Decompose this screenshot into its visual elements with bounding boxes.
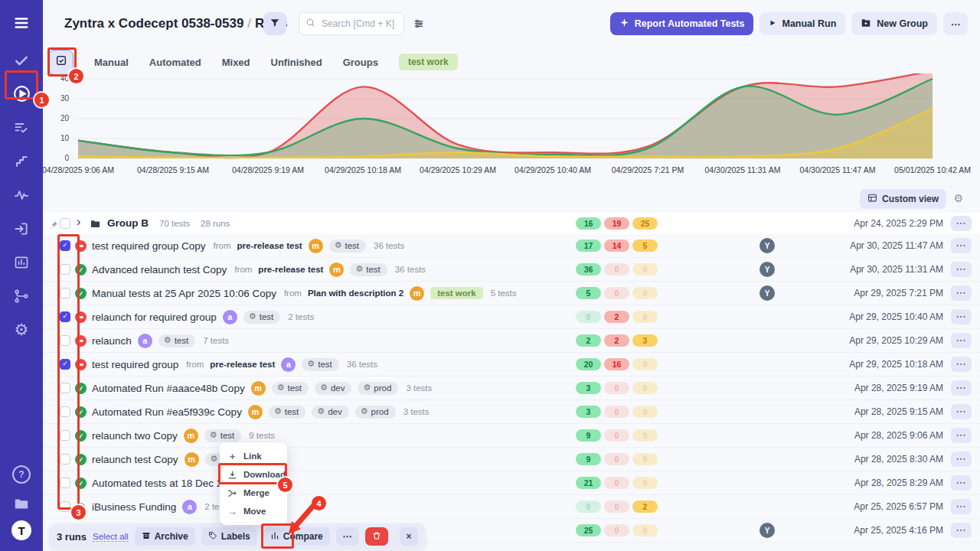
close-selection-button[interactable]: × — [400, 527, 418, 546]
row-more-button[interactable]: ⋯ — [951, 499, 972, 514]
row-checkbox[interactable] — [60, 335, 70, 346]
run-name[interactable]: test required group Copy — [92, 240, 206, 252]
run-name[interactable]: relaunch test Copy — [92, 454, 178, 465]
steps-icon[interactable] — [9, 149, 34, 174]
run-name[interactable]: Manual tests at 25 Apr 2025 10:06 Copy — [92, 288, 276, 299]
manual-run-button[interactable]: Manual Run — [760, 12, 845, 35]
new-group-button[interactable]: New Group — [851, 12, 937, 35]
display-settings-button[interactable] — [413, 18, 425, 32]
row-more-button[interactable]: ⋯ — [951, 262, 972, 277]
row-checkbox[interactable] — [60, 454, 70, 465]
table-row[interactable]: ✓Manual tests at 25 Apr 2025 10:06 Copyf… — [43, 282, 980, 305]
run-source-plan[interactable]: pre-release test — [237, 241, 302, 250]
owner-badge: m — [185, 452, 199, 467]
menu-item-link[interactable]: +Link — [220, 447, 287, 465]
help-icon[interactable]: ? — [9, 462, 34, 487]
selection-more-button[interactable]: ⋯ — [336, 527, 359, 546]
tab-manual[interactable]: Manual — [94, 57, 129, 68]
projects-icon[interactable] — [9, 491, 34, 516]
filter-label-badge[interactable]: test work — [399, 54, 458, 70]
row-checkbox[interactable]: ✓ — [60, 359, 70, 370]
bulk-select-toggle[interactable] — [48, 50, 74, 75]
row-checkbox[interactable] — [60, 501, 70, 512]
tab-groups[interactable]: Groups — [343, 57, 378, 68]
report-automated-tests-button[interactable]: Report Automated Tests — [610, 12, 754, 35]
tab-unfinished[interactable]: Unfinished — [271, 57, 322, 68]
custom-view-button[interactable]: Custom view — [860, 189, 946, 209]
row-more-button[interactable]: ⋯ — [951, 404, 972, 419]
chevron-right-icon[interactable]: › — [77, 215, 80, 229]
settings-gear-icon[interactable]: ⚙ — [9, 318, 34, 342]
table-row[interactable]: ✓test required group Copyfrompre-release… — [43, 234, 980, 258]
run-name[interactable]: Automated Run #ea5f939c Copy — [92, 406, 242, 418]
select-all-link[interactable]: Select all — [93, 532, 129, 542]
view-settings-gear-icon[interactable]: ⚙ — [949, 191, 968, 205]
run-name[interactable]: Automated Run #aaace48b Copy — [92, 383, 245, 394]
runs-play-icon[interactable] — [9, 81, 34, 106]
menu-item-download[interactable]: Download — [220, 465, 287, 484]
row-more-button[interactable]: ⋯ — [951, 357, 972, 372]
tests-check-icon[interactable] — [9, 48, 34, 73]
header-more-button[interactable]: ⋯ — [943, 12, 968, 35]
group-checkbox[interactable] — [60, 218, 70, 229]
table-row[interactable]: ✓Automated Run #aaace48b Copym⚙test⚙dev⚙… — [43, 377, 980, 400]
row-checkbox[interactable] — [60, 406, 70, 417]
row-more-button[interactable]: ⋯ — [951, 333, 972, 348]
menu-item-merge[interactable]: Merge — [220, 484, 287, 502]
table-row[interactable]: ✓relaunch two Copym⚙test9 tests900Apr 28… — [43, 424, 980, 448]
compare-button[interactable]: Compare — [263, 527, 330, 546]
analytics-icon[interactable] — [9, 250, 34, 275]
row-checkbox[interactable] — [60, 288, 70, 298]
table-row[interactable]: ✓Automated Run #ea5f939c Copym⚙test⚙dev⚙… — [43, 400, 980, 424]
table-row[interactable]: ✓test required groupfrompre-release test… — [43, 353, 980, 377]
branches-icon[interactable] — [9, 284, 34, 308]
row-checkbox[interactable] — [60, 264, 70, 275]
filter-button[interactable] — [263, 12, 286, 35]
tab-mixed[interactable]: Mixed — [222, 57, 250, 68]
group-name[interactable]: Group B — [107, 217, 149, 229]
group-more-button[interactable]: ⋯ — [951, 216, 972, 231]
row-checkbox[interactable] — [60, 478, 70, 488]
test-plans-icon[interactable] — [9, 116, 34, 140]
row-more-button[interactable]: ⋯ — [951, 475, 972, 491]
run-name[interactable]: relaunch two Copy — [92, 430, 178, 442]
pulse-icon[interactable] — [9, 183, 34, 207]
row-more-button[interactable]: ⋯ — [951, 309, 972, 324]
run-name[interactable]: test required group — [92, 359, 178, 370]
menu-item-move[interactable]: →Move — [220, 502, 287, 520]
row-more-button[interactable]: ⋯ — [951, 285, 972, 301]
row-more-button[interactable]: ⋯ — [951, 452, 972, 467]
labels-button[interactable]: Labels — [201, 527, 257, 546]
table-row[interactable]: ✓relaunch for required groupa⚙test2 test… — [43, 305, 980, 329]
run-source-plan[interactable]: pre-release test — [210, 360, 275, 369]
table-row[interactable]: ✓Advanced relaunch test Copyfrompre-rele… — [43, 258, 980, 282]
run-name[interactable]: iBusiness Funding — [92, 501, 176, 513]
tab-automated[interactable]: Automated — [149, 57, 201, 68]
table-row[interactable]: ✓relaunch test Copym⚙test900Apr 28, 2025… — [43, 448, 980, 471]
table-row[interactable]: relauncha⚙test7 tests223Apr 29, 2025 10:… — [43, 329, 980, 353]
app-logo[interactable]: T — [11, 520, 31, 540]
tests-count: 3 tests — [406, 383, 432, 393]
archive-button[interactable]: Archive — [135, 527, 195, 546]
run-source-plan[interactable]: pre-release test — [258, 265, 323, 274]
row-checkbox[interactable]: ✓ — [60, 311, 70, 322]
delete-button[interactable] — [365, 527, 388, 546]
run-name[interactable]: relaunch — [92, 335, 132, 347]
row-more-button[interactable]: ⋯ — [951, 380, 972, 396]
search-input[interactable] — [320, 18, 397, 30]
row-more-button[interactable]: ⋯ — [951, 523, 972, 538]
row-more-button[interactable]: ⋯ — [951, 428, 972, 443]
row-checkbox[interactable] — [60, 430, 70, 441]
row-checkbox[interactable]: ✓ — [60, 240, 70, 251]
row-more-button[interactable]: ⋯ — [951, 238, 972, 253]
run-name[interactable]: Advanced relaunch test Copy — [92, 264, 227, 276]
project-title[interactable]: Zyntra x Codecept 0538-0539 — [64, 16, 243, 31]
run-source-plan[interactable]: Plan with description 2 — [308, 289, 403, 298]
table-row[interactable]: ✓Automated tests at 18 Dec 2024 121 test… — [43, 471, 980, 495]
row-checkbox[interactable] — [60, 383, 70, 393]
menu-icon[interactable] — [9, 11, 34, 35]
import-icon[interactable] — [9, 217, 34, 241]
group-row[interactable]: › Group B 70 tests 28 runs 161925 Apr 24… — [43, 213, 980, 235]
run-name[interactable]: relaunch for required group — [92, 311, 217, 323]
table-row[interactable]: iBusiness Fundinga2 tests002Apr 25, 2025… — [43, 495, 980, 519]
